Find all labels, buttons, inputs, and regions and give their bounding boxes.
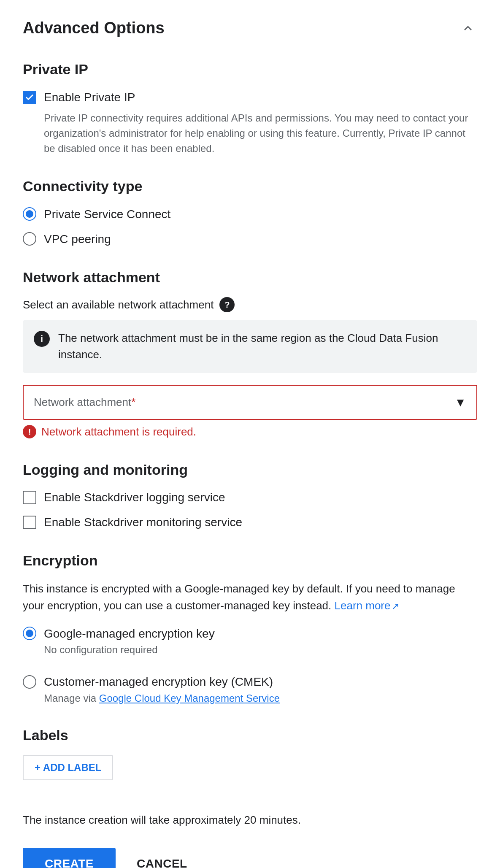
connectivity-option-1[interactable]: VPC peering	[23, 231, 477, 247]
encryption-option-0[interactable]: Google-managed encryption key No configu…	[23, 625, 477, 657]
enable-private-ip-row: Enable Private IP	[23, 89, 477, 105]
radio-cmek[interactable]	[23, 675, 36, 689]
labels-title: Labels	[23, 725, 477, 746]
google-managed-sublabel: No configuration required	[44, 643, 158, 657]
select-label-row: Select an available network attachment ?	[23, 297, 477, 312]
collapse-icon[interactable]	[459, 19, 477, 38]
network-attachment-section: Network attachment Select an available n…	[23, 268, 477, 440]
enable-stackdriver-logging-label: Enable Stackdriver logging service	[44, 489, 225, 506]
encryption-description: This instance is encrypted with a Google…	[23, 580, 477, 614]
radio-google-managed[interactable]	[23, 627, 36, 640]
google-managed-label: Google-managed encryption key	[44, 625, 215, 642]
info-icon: i	[34, 331, 50, 347]
logging-section: Logging and monitoring Enable Stackdrive…	[23, 460, 477, 531]
encryption-title: Encryption	[23, 551, 477, 571]
add-label-button[interactable]: + ADD LABEL	[23, 755, 113, 780]
logging-option-1: Enable Stackdriver monitoring service	[23, 514, 477, 530]
bottom-actions: CREATE CANCEL	[23, 848, 477, 868]
help-icon[interactable]: ?	[219, 297, 235, 312]
radio-vpc-peering[interactable]	[23, 232, 36, 246]
instance-creation-note: The instance creation will take approxim…	[23, 812, 477, 827]
network-attachment-title: Network attachment	[23, 268, 477, 288]
radio-private-service-connect[interactable]	[23, 207, 36, 221]
logging-option-0: Enable Stackdriver logging service	[23, 489, 477, 506]
learn-more-link[interactable]: Learn more↗	[335, 599, 399, 612]
encryption-option-1[interactable]: Customer-managed encryption key (CMEK) M…	[23, 673, 477, 705]
cmek-sublabel: Manage via Google Cloud Key Management S…	[44, 691, 280, 706]
enable-stackdriver-logging-checkbox[interactable]	[23, 491, 36, 504]
network-attachment-error-row: ! Network attachment is required.	[23, 424, 477, 439]
private-ip-title: Private IP	[23, 59, 477, 80]
enable-stackdriver-monitoring-checkbox[interactable]	[23, 516, 36, 529]
page-title: Advanced Options	[23, 17, 165, 39]
network-attachment-placeholder: Network attachment*	[34, 395, 135, 410]
select-attachment-label: Select an available network attachment	[23, 297, 214, 312]
advanced-options-header: Advanced Options	[23, 17, 477, 39]
encryption-section: Encryption This instance is encrypted wi…	[23, 551, 477, 705]
enable-private-ip-checkbox[interactable]	[23, 91, 36, 104]
connectivity-section: Connectivity type Private Service Connec…	[23, 176, 477, 247]
dropdown-arrow-icon: ▼	[454, 394, 466, 411]
enable-stackdriver-monitoring-label: Enable Stackdriver monitoring service	[44, 514, 242, 530]
logging-title: Logging and monitoring	[23, 460, 477, 480]
private-ip-description: Private IP connectivity requires additio…	[44, 111, 477, 156]
connectivity-title: Connectivity type	[23, 176, 477, 197]
connectivity-option-0[interactable]: Private Service Connect	[23, 206, 477, 222]
private-ip-section: Private IP Enable Private IP Private IP …	[23, 59, 477, 156]
external-link-icon: ↗	[392, 601, 399, 611]
labels-section: Labels + ADD LABEL	[23, 725, 477, 792]
network-attachment-dropdown[interactable]: Network attachment* ▼	[23, 385, 477, 420]
enable-private-ip-label: Enable Private IP	[44, 89, 135, 105]
error-icon: !	[23, 425, 36, 438]
network-info-box: i The network attachment must be in the …	[23, 320, 477, 373]
cmek-key-row: Customer-managed encryption key (CMEK)	[23, 673, 273, 690]
kms-link[interactable]: Google Cloud Key Management Service	[99, 692, 280, 704]
network-info-text: The network attachment must be in the sa…	[58, 330, 466, 363]
cancel-button[interactable]: CANCEL	[128, 848, 196, 868]
radio-private-service-connect-label: Private Service Connect	[44, 206, 170, 222]
google-managed-key-row: Google-managed encryption key	[23, 625, 215, 642]
radio-vpc-peering-label: VPC peering	[44, 231, 111, 247]
create-button[interactable]: CREATE	[23, 848, 116, 868]
cmek-label: Customer-managed encryption key (CMEK)	[44, 673, 273, 690]
network-attachment-error: Network attachment is required.	[41, 424, 196, 439]
